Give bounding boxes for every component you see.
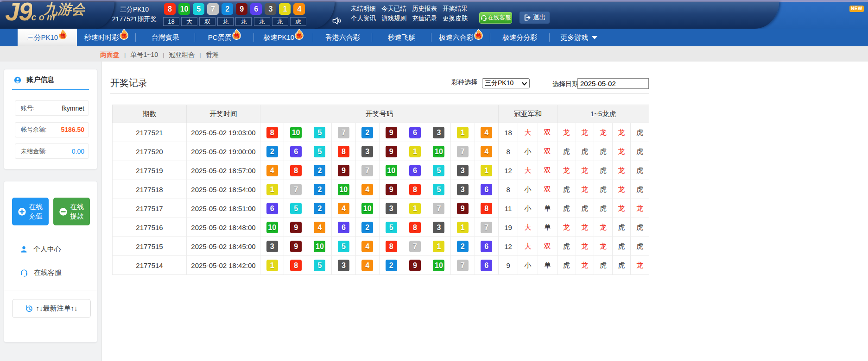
cell-issue: 2177514 [113,256,187,275]
draw-ball: 4 [361,260,373,271]
cell-sum: 9 [498,256,518,275]
draw-ball: 10 [361,203,373,214]
cell-dragon-tiger: 龙 [576,123,594,142]
svg-text:熱: 熱 [476,33,482,39]
dropdown-triangle-icon [592,36,597,39]
nav-tab-label: 极速六合彩 [439,33,474,42]
draw-ball: 10 [433,146,444,157]
header-links-row1: 未结明细今天已结历史报表开奖结果 [351,6,468,12]
draw-ball: 8 [386,241,397,252]
draw-ball: 8 [409,222,421,233]
nav-tab-2[interactable]: 秒速时时彩 熱 [77,29,136,46]
logout-button[interactable]: 退出 [520,12,550,24]
draw-ball: 5 [433,184,444,195]
online-service-link[interactable]: 在线客服 [20,268,62,277]
header-ball: 2 [222,3,233,15]
nav-tab-1[interactable]: 三分PK10 熱 [18,29,77,46]
subnav-item-2[interactable]: 单号1~10 [130,51,158,59]
header-link[interactable]: 充值记录 [412,15,437,22]
subnav-separator: | [124,51,126,58]
cell-ball: 1 [260,256,284,275]
cell-time: 2025-05-02 18:51:00 [187,199,260,218]
draw-ball: 5 [433,165,444,176]
account-field-label: 账号: [21,104,35,112]
cell-ball: 7 [427,199,450,218]
cell-issue: 2177516 [113,218,187,237]
header-link[interactable]: 今天已结 [381,6,406,12]
personal-center-label: 个人中心 [33,245,61,254]
cell-ball: 9 [379,142,403,161]
cell-ball: 7 [475,218,498,237]
account-field: 未结金额:0.00 [15,143,89,159]
cell-size: 小 [518,180,538,199]
cell-sum: 8 [498,180,518,199]
withdraw-button[interactable]: 在线提款 [53,198,90,225]
cell-ball: 9 [379,123,403,142]
table-row: 21775152025-05-02 18:45:003910548712612大… [113,237,649,256]
nav-tab-3[interactable]: 台灣賓果 [136,29,195,46]
nav-tab-9[interactable]: 极速分分彩 [490,29,550,46]
col-issue: 期数 [113,105,187,123]
personal-center-link[interactable]: 个人中心 [20,245,61,254]
nav-tab-10[interactable]: 更多游戏 [550,29,609,46]
header-ball: 9 [236,3,247,15]
header-link[interactable]: 未结明细 [351,6,376,12]
cell-ball: 10 [260,218,284,237]
cell-ball: 9 [379,180,403,199]
logo-panel[interactable]: J9 九游会 .com [0,2,114,29]
cell-dragon-tiger: 虎 [594,142,613,161]
speaker-icon[interactable] [332,17,342,25]
account-field-label: 帐号余额: [21,125,47,134]
subnav-item-4[interactable]: 番滩 [206,51,219,59]
nav-tab-8[interactable]: 极速六合彩 熱 [431,29,491,46]
subnav-item-1[interactable]: 两面盘 [100,51,120,59]
cell-ball: 4 [475,142,498,161]
nav-tab-6[interactable]: 香港六合彩 [313,29,373,46]
header-result-label: 龙 [217,17,234,26]
nav-tab-4[interactable]: PC蛋蛋 熱 [195,29,254,46]
cell-ball: 5 [284,199,308,218]
draw-ball: 6 [338,222,349,233]
nav-tab-5[interactable]: 极速PK10 熱 [254,29,313,46]
cell-dragon-tiger: 虎 [594,199,613,218]
cell-sum: 12 [498,237,518,256]
col-sum: 冠亚军和 [498,105,557,123]
nav-tab-label: PC蛋蛋 [208,33,232,42]
latest-bets-button[interactable]: ↑↓最新注单↑↓ [12,299,91,318]
header-link[interactable]: 更换皮肤 [443,15,468,22]
header-link[interactable]: 开奖结果 [443,6,468,12]
cell-dragon-tiger: 虎 [557,256,576,275]
online-service-button[interactable]: 在线客服 [479,12,512,24]
draw-ball: 9 [338,165,349,176]
date-input[interactable]: 2025-05-02 [577,78,649,89]
cell-ball: 6 [403,161,427,180]
nav-tab-label: 台灣賓果 [152,33,179,42]
deposit-button[interactable]: 在线充值 [12,198,49,225]
cell-ball: 6 [403,123,427,142]
nav-tab-7[interactable]: 秒速飞艇 [372,29,431,46]
cell-ball: 10 [332,180,355,199]
online-service-link-label: 在线客服 [34,268,62,277]
lottery-select[interactable]: 三分PK10 [482,78,530,88]
issue-number: 2177521期开奖 [111,15,158,24]
cell-ball: 6 [284,142,308,161]
card-divider [4,291,97,291]
header-link[interactable]: 游戏规则 [381,15,406,22]
header-link[interactable]: 历史报表 [412,6,437,12]
table-row: 21775142025-05-02 18:42:00185342910769小单… [113,256,649,275]
subnav-item-3[interactable]: 冠亚组合 [169,51,195,59]
cell-size: 大 [518,237,538,256]
cell-ball: 3 [427,218,450,237]
cell-dragon-tiger: 龙 [612,142,631,161]
results-table: 期数 开奖时间 开奖号码 冠亚军和 1~5龙虎 21775212025-05-0… [112,105,649,275]
svg-text:熱: 熱 [234,33,240,39]
header-ball: 8 [164,3,176,15]
cell-ball: 2 [260,142,284,161]
current-lottery-info: 三分PK10 2177521期开奖 [111,5,158,24]
cell-dragon-tiger: 虎 [612,256,631,275]
lottery-select-label: 彩种选择 [451,78,477,87]
online-service-label: 在线客服 [488,14,511,22]
draw-ball: 7 [457,260,469,271]
header-link[interactable]: 个人资讯 [351,15,376,22]
cell-dragon-tiger: 虎 [557,237,576,256]
